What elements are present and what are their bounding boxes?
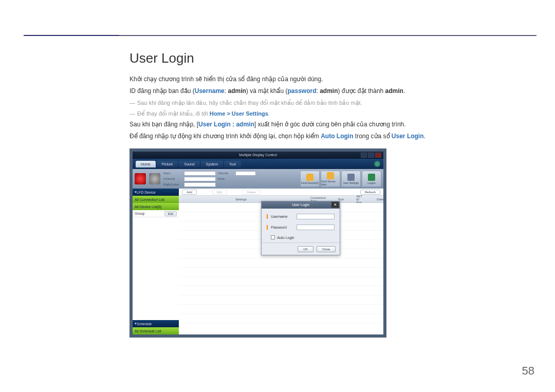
- password-label: password: [288, 87, 317, 95]
- fault-alert-button[interactable]: Fault Device Alert: [321, 171, 340, 187]
- refresh-button[interactable]: Refresh: [360, 190, 380, 195]
- sidebar-item-device-list[interactable]: All Device List(0): [133, 203, 179, 210]
- power-on-icon[interactable]: [135, 173, 146, 184]
- login-dialog: User Login ✕ Username Password: [261, 201, 340, 255]
- add-button[interactable]: Add: [182, 190, 197, 195]
- intro-paragraph-4: Để đăng nhập tự động khi chương trình kh…: [130, 132, 530, 141]
- note-2: ―Để thay đổi mật khẩu, đi tới Home > Use…: [130, 109, 530, 119]
- channel-label: Channel: [163, 177, 182, 180]
- sidebar-lfd-header[interactable]: ▾ LFD Device: [133, 189, 179, 196]
- tab-picture[interactable]: Picture: [157, 161, 178, 167]
- volume-label: Volume: [218, 172, 233, 175]
- page-number: 58: [522, 364, 534, 378]
- page-title: User Login: [130, 50, 530, 66]
- input-select[interactable]: [184, 171, 216, 176]
- sidebar-group-row: Group Edit: [133, 210, 179, 217]
- intro-paragraph-3: Sau khi bạn đăng nhập, [User Login : adm…: [130, 120, 530, 129]
- password-input[interactable]: [297, 225, 335, 230]
- tab-system[interactable]: System: [201, 161, 223, 167]
- tab-sound[interactable]: Sound: [179, 161, 199, 167]
- edit-button[interactable]: Edit: [212, 190, 227, 195]
- col-settings: Settings: [235, 198, 247, 201]
- nav-path: Home > User Settings: [210, 110, 268, 117]
- group-label: Group: [135, 212, 144, 215]
- auto-login-ref: Auto Login: [321, 133, 353, 140]
- maximize-button[interactable]: [368, 153, 374, 158]
- close-button[interactable]: [375, 153, 381, 158]
- bullet-icon: [267, 214, 268, 219]
- intro-paragraph-2: ID đăng nhập ban đầu (Username: admin) v…: [130, 86, 530, 96]
- sidebar-item-schedule-list[interactable]: All Schedule List: [133, 327, 179, 334]
- password-row: Password: [267, 225, 335, 230]
- minimize-button[interactable]: [361, 153, 367, 158]
- warning-icon: [327, 172, 334, 179]
- col-date: Date: [377, 198, 383, 201]
- auto-login-row: Auto Login: [271, 235, 335, 239]
- page-rule-thin: [119, 35, 536, 35]
- input-label: Input: [163, 172, 182, 175]
- sidebar-spacer: [133, 217, 179, 320]
- auto-login-label: Auto Login: [277, 236, 294, 239]
- app-body: ▾ LFD Device All Connection List All Dev…: [133, 189, 383, 334]
- app-toolbar: InputVolume ChannelMute Right/Label Faul…: [133, 169, 383, 189]
- main-toolbar: Add Edit Delete Refresh: [179, 189, 383, 196]
- main-panel: Add Edit Delete Refresh Settings Connect…: [179, 189, 383, 334]
- warning-icon: [306, 174, 313, 181]
- username-label: Username: [195, 87, 225, 95]
- window-buttons: [361, 153, 381, 158]
- rightlabel-select[interactable]: [184, 182, 216, 187]
- note-1: ―Sau khi đăng nhập lần đầu, hãy chắc chắ…: [130, 98, 530, 108]
- login-close-button[interactable]: ✕: [331, 202, 339, 208]
- password-value: admin: [320, 87, 338, 95]
- login-dialog-title: User Login ✕: [262, 201, 340, 209]
- tab-tool[interactable]: Tool: [224, 161, 241, 167]
- sidebar-schedule-header[interactable]: ▾ Schedule: [133, 320, 179, 327]
- login-dialog-body: Username Password Auto Login: [262, 209, 340, 242]
- group-edit-button[interactable]: Edit: [164, 211, 177, 216]
- toolbar-form: InputVolume ChannelMute Right/Label: [163, 171, 256, 187]
- password-field-label: Password: [271, 226, 293, 229]
- bullet-icon: [267, 225, 268, 230]
- col-setid: SET ID Ran...: [356, 195, 364, 204]
- username-input[interactable]: [297, 214, 335, 219]
- login-close-button-2[interactable]: Close: [317, 246, 336, 252]
- intro-paragraph-1: Khởi chạy chương trình sẽ hiển thị cửa s…: [130, 74, 530, 84]
- app-titlebar: Multiple Display Control: [133, 152, 383, 159]
- app-menu-bar: Home Picture Sound System Tool: [133, 159, 383, 169]
- delete-button[interactable]: Delete: [242, 190, 260, 195]
- sidebar: ▾ LFD Device All Connection List All Dev…: [133, 189, 179, 334]
- toolbar-icons: Fault Device(0) Fault Device Alert User …: [300, 171, 381, 187]
- user-login-ref: User Login: [392, 133, 424, 140]
- users-icon: [347, 174, 355, 181]
- username-field-label: Username: [271, 215, 293, 218]
- mute-label: Mute: [218, 177, 233, 180]
- channel-select[interactable]: [184, 177, 216, 181]
- app-title: Multiple Display Control: [239, 153, 277, 157]
- sidebar-item-connection-list[interactable]: All Connection List: [133, 196, 179, 203]
- fault-device-button[interactable]: Fault Device(0): [300, 171, 320, 187]
- login-status-text: User Login : admin: [198, 121, 254, 128]
- rightlabel-label: Right/Label: [163, 183, 182, 186]
- content-area: User Login Khởi chạy chương trình sẽ hiể…: [130, 50, 530, 338]
- username-value: admin: [228, 87, 246, 95]
- tab-home[interactable]: Home: [136, 161, 156, 167]
- power-off-icon[interactable]: [149, 173, 160, 184]
- login-dialog-footer: OK Close: [262, 242, 340, 255]
- user-settings-button[interactable]: User Settings: [341, 171, 361, 187]
- volume-field[interactable]: [235, 171, 256, 176]
- door-icon: [368, 174, 375, 181]
- app-window: Multiple Display Control Home Picture So…: [133, 152, 383, 334]
- help-icon[interactable]: [374, 161, 380, 167]
- auto-login-checkbox[interactable]: [271, 235, 275, 239]
- logout-button[interactable]: Logout: [362, 171, 381, 187]
- app-screenshot: Multiple Display Control Home Picture So…: [130, 148, 386, 338]
- col-port: Port: [338, 198, 344, 201]
- login-ok-button[interactable]: OK: [298, 246, 313, 252]
- username-row: Username: [267, 214, 335, 219]
